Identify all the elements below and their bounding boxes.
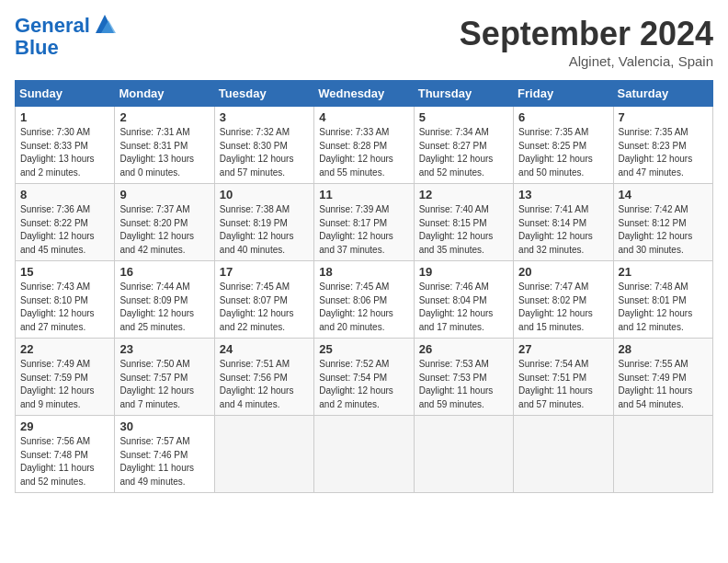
day-number: 22	[20, 342, 109, 356]
day-number: 10	[220, 188, 309, 201]
col-friday: Friday	[514, 81, 613, 107]
table-row: 6Sunrise: 7:35 AM Sunset: 8:25 PM Daylig…	[514, 107, 613, 184]
day-info: Sunrise: 7:35 AM Sunset: 8:25 PM Dayligh…	[518, 126, 608, 179]
col-tuesday: Tuesday	[214, 81, 313, 107]
day-info: Sunrise: 7:55 AM Sunset: 7:49 PM Dayligh…	[619, 358, 708, 411]
day-info: Sunrise: 7:41 AM Sunset: 8:14 PM Dayligh…	[518, 203, 608, 257]
calendar-table: Sunday Monday Tuesday Wednesday Thursday…	[15, 80, 713, 493]
day-number: 26	[419, 342, 508, 356]
table-row: 2Sunrise: 7:31 AM Sunset: 8:31 PM Daylig…	[115, 107, 214, 184]
day-number: 23	[119, 342, 209, 356]
day-number: 5	[419, 110, 508, 124]
day-number: 24	[220, 342, 309, 356]
table-row: 29Sunrise: 7:56 AM Sunset: 7:48 PM Dayli…	[16, 416, 115, 493]
table-row: 16Sunrise: 7:44 AM Sunset: 8:09 PM Dayli…	[115, 261, 214, 339]
day-info: Sunrise: 7:54 AM Sunset: 7:51 PM Dayligh…	[518, 358, 608, 411]
day-number: 6	[518, 110, 608, 124]
day-info: Sunrise: 7:42 AM Sunset: 8:12 PM Dayligh…	[619, 203, 708, 257]
table-row: 7Sunrise: 7:35 AM Sunset: 8:23 PM Daylig…	[613, 107, 712, 184]
day-info: Sunrise: 7:43 AM Sunset: 8:10 PM Dayligh…	[20, 281, 109, 334]
table-row	[514, 416, 613, 493]
day-number: 25	[319, 342, 408, 356]
table-row: 17Sunrise: 7:45 AM Sunset: 8:07 PM Dayli…	[214, 261, 313, 339]
table-row: 9Sunrise: 7:37 AM Sunset: 8:20 PM Daylig…	[115, 184, 214, 261]
calendar-row: 1Sunrise: 7:30 AM Sunset: 8:33 PM Daylig…	[16, 107, 713, 184]
table-row: 3Sunrise: 7:32 AM Sunset: 8:30 PM Daylig…	[214, 107, 313, 184]
table-row: 19Sunrise: 7:46 AM Sunset: 8:04 PM Dayli…	[414, 261, 513, 339]
day-info: Sunrise: 7:44 AM Sunset: 8:09 PM Dayligh…	[119, 281, 209, 334]
day-number: 28	[619, 342, 708, 356]
table-row: 21Sunrise: 7:48 AM Sunset: 8:01 PM Dayli…	[613, 261, 712, 339]
day-number: 18	[319, 265, 408, 279]
table-row	[414, 416, 513, 493]
month-title: September 2024	[460, 15, 713, 53]
day-number: 3	[220, 110, 309, 124]
day-number: 1	[20, 110, 109, 124]
day-info: Sunrise: 7:39 AM Sunset: 8:17 PM Dayligh…	[319, 203, 408, 257]
calendar-row: 15Sunrise: 7:43 AM Sunset: 8:10 PM Dayli…	[16, 261, 713, 339]
table-row: 28Sunrise: 7:55 AM Sunset: 7:49 PM Dayli…	[613, 339, 712, 416]
day-info: Sunrise: 7:57 AM Sunset: 7:46 PM Dayligh…	[119, 435, 209, 488]
table-row: 30Sunrise: 7:57 AM Sunset: 7:46 PM Dayli…	[115, 416, 214, 493]
day-info: Sunrise: 7:46 AM Sunset: 8:04 PM Dayligh…	[419, 281, 508, 334]
day-number: 9	[119, 188, 209, 201]
day-number: 30	[119, 419, 209, 433]
day-info: Sunrise: 7:48 AM Sunset: 8:01 PM Dayligh…	[619, 281, 708, 334]
day-info: Sunrise: 7:49 AM Sunset: 7:59 PM Dayligh…	[20, 358, 109, 411]
day-info: Sunrise: 7:45 AM Sunset: 8:07 PM Dayligh…	[220, 281, 309, 334]
logo-icon	[92, 11, 118, 37]
col-wednesday: Wednesday	[314, 81, 414, 107]
table-row: 23Sunrise: 7:50 AM Sunset: 7:57 PM Dayli…	[115, 339, 214, 416]
table-row: 27Sunrise: 7:54 AM Sunset: 7:51 PM Dayli…	[514, 339, 613, 416]
table-row: 20Sunrise: 7:47 AM Sunset: 8:02 PM Dayli…	[514, 261, 613, 339]
col-monday: Monday	[115, 81, 214, 107]
day-number: 14	[619, 188, 708, 201]
logo-text: General	[15, 15, 90, 37]
table-row: 1Sunrise: 7:30 AM Sunset: 8:33 PM Daylig…	[16, 107, 115, 184]
page-header: General Blue September 2024 Alginet, Val…	[15, 15, 713, 69]
day-info: Sunrise: 7:50 AM Sunset: 7:57 PM Dayligh…	[119, 358, 209, 411]
day-number: 15	[20, 265, 109, 279]
day-number: 8	[20, 188, 109, 201]
day-info: Sunrise: 7:47 AM Sunset: 8:02 PM Dayligh…	[518, 281, 608, 334]
day-info: Sunrise: 7:35 AM Sunset: 8:23 PM Dayligh…	[619, 126, 708, 179]
table-row: 14Sunrise: 7:42 AM Sunset: 8:12 PM Dayli…	[613, 184, 712, 261]
day-info: Sunrise: 7:51 AM Sunset: 7:56 PM Dayligh…	[220, 358, 309, 411]
logo: General Blue	[15, 15, 118, 59]
col-saturday: Saturday	[613, 81, 712, 107]
day-number: 20	[518, 265, 608, 279]
day-number: 13	[518, 188, 608, 201]
table-row: 4Sunrise: 7:33 AM Sunset: 8:28 PM Daylig…	[314, 107, 414, 184]
table-row: 18Sunrise: 7:45 AM Sunset: 8:06 PM Dayli…	[314, 261, 414, 339]
day-info: Sunrise: 7:36 AM Sunset: 8:22 PM Dayligh…	[20, 203, 109, 257]
day-number: 7	[619, 110, 708, 124]
day-info: Sunrise: 7:52 AM Sunset: 7:54 PM Dayligh…	[319, 358, 408, 411]
day-number: 16	[119, 265, 209, 279]
calendar-header-row: Sunday Monday Tuesday Wednesday Thursday…	[16, 81, 713, 107]
day-info: Sunrise: 7:33 AM Sunset: 8:28 PM Dayligh…	[319, 126, 408, 179]
day-number: 29	[20, 419, 109, 433]
day-info: Sunrise: 7:45 AM Sunset: 8:06 PM Dayligh…	[319, 281, 408, 334]
table-row: 24Sunrise: 7:51 AM Sunset: 7:56 PM Dayli…	[214, 339, 313, 416]
day-number: 2	[119, 110, 209, 124]
table-row: 25Sunrise: 7:52 AM Sunset: 7:54 PM Dayli…	[314, 339, 414, 416]
col-sunday: Sunday	[16, 81, 115, 107]
calendar-row: 22Sunrise: 7:49 AM Sunset: 7:59 PM Dayli…	[16, 339, 713, 416]
table-row: 11Sunrise: 7:39 AM Sunset: 8:17 PM Dayli…	[314, 184, 414, 261]
day-number: 11	[319, 188, 408, 201]
day-info: Sunrise: 7:38 AM Sunset: 8:19 PM Dayligh…	[220, 203, 309, 257]
col-thursday: Thursday	[414, 81, 513, 107]
table-row	[314, 416, 414, 493]
day-number: 27	[518, 342, 608, 356]
day-info: Sunrise: 7:53 AM Sunset: 7:53 PM Dayligh…	[419, 358, 508, 411]
table-row: 26Sunrise: 7:53 AM Sunset: 7:53 PM Dayli…	[414, 339, 513, 416]
table-row: 10Sunrise: 7:38 AM Sunset: 8:19 PM Dayli…	[214, 184, 313, 261]
table-row	[214, 416, 313, 493]
table-row: 5Sunrise: 7:34 AM Sunset: 8:27 PM Daylig…	[414, 107, 513, 184]
day-number: 21	[619, 265, 708, 279]
table-row: 22Sunrise: 7:49 AM Sunset: 7:59 PM Dayli…	[16, 339, 115, 416]
title-block: September 2024 Alginet, Valencia, Spain	[460, 15, 713, 69]
day-info: Sunrise: 7:40 AM Sunset: 8:15 PM Dayligh…	[419, 203, 508, 257]
day-info: Sunrise: 7:32 AM Sunset: 8:30 PM Dayligh…	[220, 126, 309, 179]
day-info: Sunrise: 7:56 AM Sunset: 7:48 PM Dayligh…	[20, 435, 109, 488]
